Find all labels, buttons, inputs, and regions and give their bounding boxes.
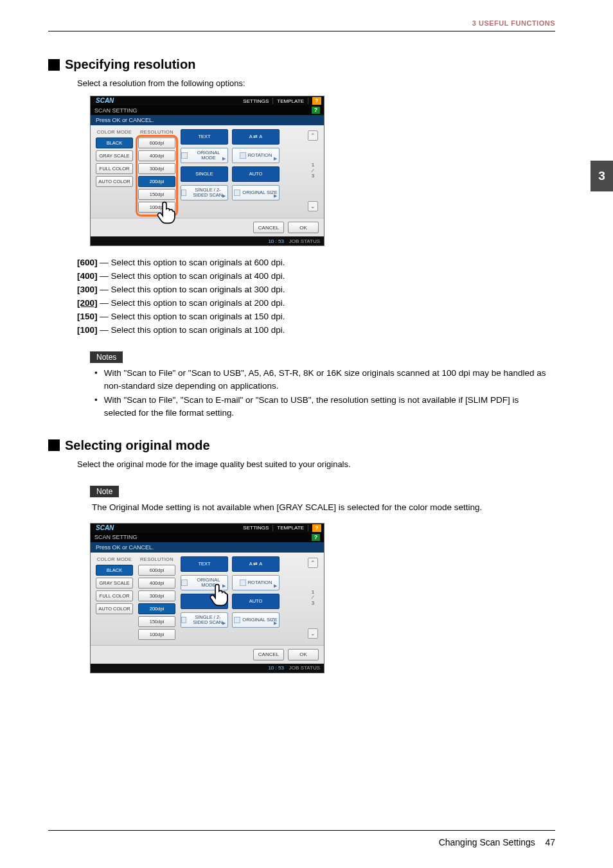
help-icon[interactable]: ? <box>312 524 321 532</box>
resolution-option-row: [300] — Select this option to scan origi… <box>77 283 555 297</box>
opt-original-mode[interactable]: ORIGINAL MODE▶ <box>181 148 228 163</box>
help-icon[interactable]: ? <box>312 97 321 105</box>
note-item: With "Scan to File", "Scan to E-mail" or… <box>94 394 549 420</box>
footer-text: Changing Scan Settings <box>439 837 535 847</box>
opt-rotation[interactable]: ROTATION▶ <box>232 575 280 590</box>
page-indicator: 1⁄3 <box>312 163 314 179</box>
resolution-label: RESOLUTION <box>138 129 175 135</box>
ok-button[interactable]: OK <box>288 649 319 660</box>
page-indicator: 1⁄3 <box>312 590 314 607</box>
rotate-icon <box>240 152 246 159</box>
opt-sided-scan[interactable]: SINGLE / 2-SIDED SCAN▶ <box>181 612 228 628</box>
opt-rotation[interactable]: ROTATION▶ <box>232 148 280 163</box>
page-number: 47 <box>545 837 555 847</box>
cancel-button[interactable]: CANCEL <box>253 649 284 660</box>
color-mode-black[interactable]: BLACK <box>96 137 133 148</box>
running-header: 3 USEFUL FUNCTIONS <box>48 19 555 31</box>
square-bullet-icon <box>48 439 60 451</box>
opt-text[interactable]: TEXT <box>181 129 228 145</box>
scroll-up-button[interactable]: ⌃ <box>308 130 318 141</box>
resolution-option-row: [400] — Select this option to scan origi… <box>77 270 555 283</box>
job-status-button[interactable]: JOB STATUS <box>289 665 320 671</box>
topbar: SCAN SETTINGS TEMPLATE ? <box>91 524 324 533</box>
color-mode-autocolor[interactable]: AUTO COLOR <box>96 603 133 614</box>
color-mode-black[interactable]: BLACK <box>96 565 133 576</box>
note-badge: Note <box>90 486 119 497</box>
scan-logo: SCAN <box>96 524 114 531</box>
chevron-right-icon: ▶ <box>274 583 277 589</box>
topbar-settings[interactable]: SETTINGS <box>243 525 269 531</box>
res-300[interactable]: 300dpi <box>138 163 175 174</box>
chevron-right-icon: ▶ <box>222 193 226 199</box>
chevron-right-icon: ▶ <box>222 156 226 161</box>
res-200[interactable]: 200dpi <box>138 603 175 614</box>
help-icon[interactable]: ? <box>312 107 320 114</box>
page-icon <box>234 190 240 196</box>
res-600[interactable]: 600dpi <box>138 565 175 576</box>
resolution-option-row: [150] — Select this option to scan origi… <box>77 310 555 324</box>
status-time: 10 : 53 <box>268 238 283 244</box>
dialog-footer: CANCEL OK <box>91 645 324 664</box>
topbar-settings[interactable]: SETTINGS <box>243 98 269 104</box>
job-status-button[interactable]: JOB STATUS <box>289 238 320 244</box>
help-icon[interactable]: ? <box>312 534 320 541</box>
res-150[interactable]: 150dpi <box>138 616 175 627</box>
opt-single[interactable]: SINGLE <box>181 166 228 182</box>
color-mode-label: COLOR MODE <box>96 556 133 562</box>
opt-sided-scan[interactable]: SINGLE / 2-SIDED SCAN▶ <box>181 185 228 200</box>
separator-icon <box>308 98 308 104</box>
res-150[interactable]: 150dpi <box>138 189 175 200</box>
topbar-template[interactable]: TEMPLATE <box>277 98 304 104</box>
section2-intro: Select the original mode for the image q… <box>77 459 555 469</box>
color-mode-autocolor[interactable]: AUTO COLOR <box>96 176 133 187</box>
opt-text[interactable]: TEXT <box>181 556 228 572</box>
opt-original-size[interactable]: ORIGINAL SIZE▶ <box>232 185 280 200</box>
opt-auto[interactable]: AUTO <box>232 166 280 182</box>
scroll-down-button[interactable]: ⌄ <box>308 628 318 639</box>
res-300[interactable]: 300dpi <box>138 590 175 601</box>
pointer-hand-icon <box>155 201 177 224</box>
resolution-option-row: [200] — Select this option to scan origi… <box>77 297 555 310</box>
color-mode-grayscale[interactable]: GRAY SCALE <box>96 150 133 161</box>
section2-note-text: The Original Mode setting is not availab… <box>92 501 542 514</box>
page-icon <box>181 617 186 623</box>
res-100[interactable]: 100dpi <box>138 629 175 640</box>
options-grid: TEXT A ⇄ A ORIGINAL MODE▶ ROTATION▶ SING… <box>181 129 302 213</box>
status-time: 10 : 53 <box>268 665 283 671</box>
res-400[interactable]: 400dpi <box>138 578 175 589</box>
square-bullet-icon <box>48 59 60 71</box>
resolution-column: RESOLUTION 600dpi 400dpi 300dpi 200dpi 1… <box>138 129 175 213</box>
scroll-up-button[interactable]: ⌃ <box>308 558 318 568</box>
pointer-hand-icon <box>208 583 229 607</box>
rotate-icon <box>240 580 246 586</box>
scan-setting-screenshot-original-mode: SCAN SETTINGS TEMPLATE ? SCAN SETTING ? … <box>90 523 324 673</box>
chevron-right-icon: ▶ <box>274 193 277 199</box>
scroll-down-button[interactable]: ⌄ <box>308 201 318 211</box>
opt-orientation[interactable]: A ⇄ A <box>232 129 280 145</box>
separator-icon <box>308 525 308 531</box>
scan-setting-screenshot-resolution: SCAN SETTINGS TEMPLATE ? SCAN SETTING ? … <box>90 96 324 246</box>
opt-original-size[interactable]: ORIGINAL SIZE▶ <box>232 612 280 628</box>
color-mode-fullcolor[interactable]: FULL COLOR <box>96 590 133 601</box>
cancel-button[interactable]: CANCEL <box>253 222 284 233</box>
page-icon <box>181 152 188 159</box>
res-200[interactable]: 200dpi <box>138 176 175 187</box>
res-600[interactable]: 600dpi <box>138 137 175 148</box>
ok-button[interactable]: OK <box>288 222 319 233</box>
opt-orientation[interactable]: A ⇄ A <box>232 556 280 572</box>
status-bar: 10 : 53 JOB STATUS <box>91 236 324 245</box>
color-mode-label: COLOR MODE <box>96 129 133 135</box>
color-mode-grayscale[interactable]: GRAY SCALE <box>96 578 133 589</box>
res-400[interactable]: 400dpi <box>138 150 175 161</box>
page-footer: Changing Scan Settings 47 <box>48 830 555 847</box>
color-mode-fullcolor[interactable]: FULL COLOR <box>96 163 133 174</box>
subbar-title: SCAN SETTING <box>94 107 138 114</box>
resolution-label: RESOLUTION <box>138 556 175 562</box>
status-bar: 10 : 53 JOB STATUS <box>91 664 324 673</box>
options-grid: TEXT A ⇄ A ORIGINAL MODE▶ ROTATION▶ E AU… <box>181 556 302 640</box>
chevron-right-icon: ▶ <box>274 621 277 626</box>
notes-list: With "Scan to File" or "Scan to USB", A5… <box>94 367 549 420</box>
subbar: SCAN SETTING ? <box>91 105 324 115</box>
topbar-template[interactable]: TEMPLATE <box>277 525 304 531</box>
opt-auto[interactable]: AUTO <box>232 594 280 609</box>
